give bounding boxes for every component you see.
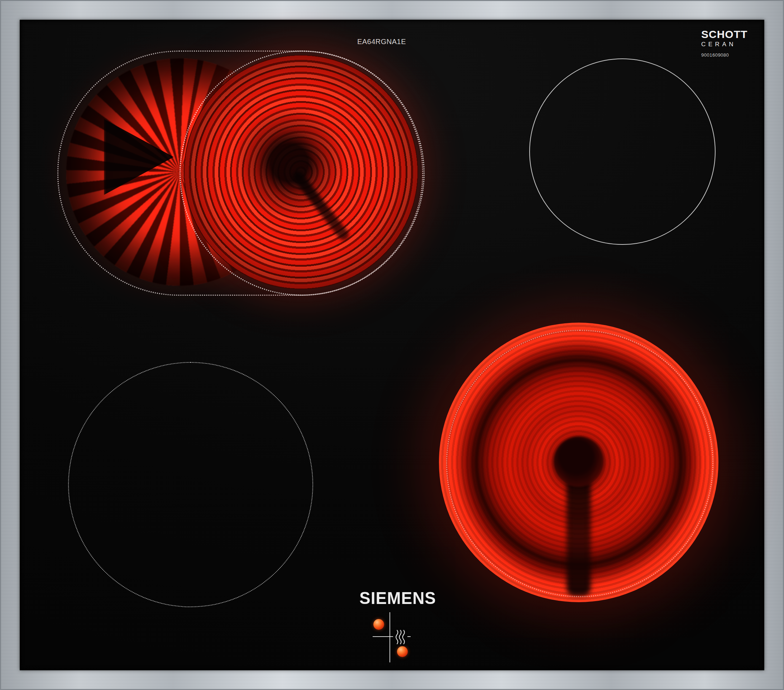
hot-indicator-dot-bottom — [397, 646, 408, 657]
rear-left-burner-outline — [180, 51, 425, 296]
schott-logo-text: SCHOTT — [701, 29, 748, 40]
glass-serial-number: 9001609080 — [701, 52, 748, 58]
cooktop-steel-frame: EA64RGNA1E SCHOTT CERAN 9001609080 SIEME… — [0, 0, 784, 690]
ceran-logo-text: CERAN — [701, 41, 748, 48]
model-number: EA64RGNA1E — [346, 38, 417, 46]
hot-indicator-dot-top — [373, 619, 384, 630]
brand-logo: SIEMENS — [359, 588, 436, 608]
ceramic-glass-surface: EA64RGNA1E SCHOTT CERAN 9001609080 SIEME… — [20, 20, 764, 670]
marking-vertical-line — [389, 612, 390, 662]
front-right-zone-outline — [446, 330, 713, 597]
heat-waves-icon — [393, 627, 407, 645]
rear-right-zone-outline — [529, 58, 716, 245]
front-left-zone-outline — [68, 362, 313, 607]
schott-ceran-logo: SCHOTT CERAN 9001609080 — [701, 29, 748, 58]
residual-heat-marking — [353, 607, 432, 687]
